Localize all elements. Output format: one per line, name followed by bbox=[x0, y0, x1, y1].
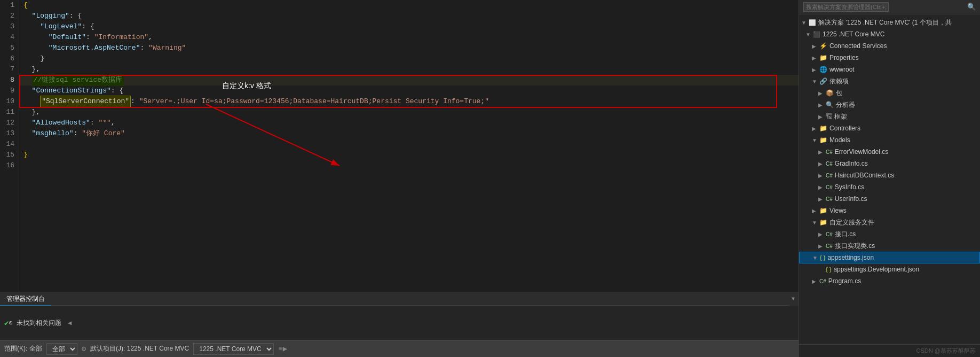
appsettings-label: appsettings.json bbox=[827, 254, 874, 261]
lightbulb-icon: 💡 bbox=[0, 75, 1, 86]
tree-userinfo[interactable]: ▶ C# UserInfo.cs bbox=[799, 193, 980, 205]
expand-interface-icon: ▶ bbox=[818, 231, 825, 237]
line-num-4: 4 bbox=[2, 32, 14, 43]
views-label: Views bbox=[829, 207, 847, 214]
tree-analyzers[interactable]: ▶ 🔍 分析器 bbox=[799, 99, 980, 111]
tree-frameworks[interactable]: ▶ 🏗 框架 bbox=[799, 111, 980, 122]
line-num-3: 3 bbox=[2, 21, 14, 32]
expand-properties-icon: ▶ bbox=[812, 55, 818, 61]
connected-services-label: Connected Services bbox=[829, 42, 887, 50]
impl-label: 接口实现类.cs bbox=[835, 242, 875, 251]
appsettings-dev-label: appsettings.Development.json bbox=[833, 266, 919, 273]
panel-content: ✔ ⊙ 未找到相关问题 ◀ bbox=[0, 306, 799, 340]
tree-errorviewmodel[interactable]: ▶ C# ErrorViewModel.cs bbox=[799, 146, 980, 158]
code-area[interactable]: 自定义k:v 格式 { "Logging": { "LogLevel": { bbox=[19, 0, 799, 292]
expand-appsettings-dev-icon bbox=[818, 267, 825, 273]
program-label: Program.cs bbox=[828, 277, 861, 285]
wwwroot-icon: 🌐 bbox=[819, 66, 827, 73]
tree-views[interactable]: ▶ 📁 Views bbox=[799, 205, 980, 216]
userinfo-icon: C# bbox=[826, 196, 833, 202]
code-line-1: { bbox=[19, 0, 799, 11]
editor-area: 1 2 3 4 5 6 7 💡 8 9 10 11 12 13 14 15 16 bbox=[0, 0, 799, 357]
expand-errorvm-icon: ▶ bbox=[818, 149, 825, 155]
expand-frameworks-icon: ▶ bbox=[818, 114, 825, 120]
custom-service-icon: 📁 bbox=[819, 219, 827, 226]
controllers-icon: 📁 bbox=[819, 125, 827, 132]
appsettings-icon: { } bbox=[820, 254, 825, 261]
custom-service-label: 自定义服务文件 bbox=[829, 218, 874, 227]
analyzers-icon: 🔍 bbox=[826, 101, 834, 108]
panel-tab-console[interactable]: 管理器控制台 bbox=[0, 292, 51, 306]
tree-connected-services[interactable]: ▶ ⚡ Connected Services bbox=[799, 40, 980, 52]
line-num-11: 11 bbox=[2, 107, 14, 118]
status-text: ⊙ 未找到相关问题 bbox=[9, 319, 61, 328]
wwwroot-label: wwwroot bbox=[829, 66, 855, 73]
packages-label: 包 bbox=[836, 89, 842, 98]
userinfo-label: UserInfo.cs bbox=[835, 195, 867, 203]
program-icon: C# bbox=[819, 278, 826, 284]
tree-models[interactable]: ▼ 📁 Models bbox=[799, 134, 980, 146]
line-num-2: 2 bbox=[2, 11, 14, 21]
code-line-14 bbox=[19, 139, 799, 150]
code-line-8: //链接sql service数据库 bbox=[19, 75, 799, 86]
expand-analyzers-icon: ▶ bbox=[818, 102, 825, 108]
code-line-11: }, bbox=[19, 107, 799, 118]
expand-controllers-icon: ▶ bbox=[812, 126, 818, 131]
deps-icon: 🔗 bbox=[819, 77, 827, 85]
se-search-icon[interactable]: 🔍 bbox=[967, 3, 976, 11]
deps-label: 依赖项 bbox=[829, 77, 849, 86]
code-line-7: }, bbox=[19, 64, 799, 75]
line-num-8: 💡 8 bbox=[2, 75, 14, 86]
interface-icon: C# bbox=[826, 231, 833, 237]
expand-impl-icon: ▶ bbox=[818, 243, 825, 249]
tree-interface-impl[interactable]: ▶ C# 接口实现类.cs bbox=[799, 240, 980, 252]
range-label: 范围(K): 全部 bbox=[4, 344, 42, 353]
code-line-9: "ConnectionStrings": { bbox=[19, 86, 799, 96]
project-select[interactable]: 1225 .NET Core MVC bbox=[193, 343, 274, 355]
expand-program-icon: ▶ bbox=[812, 278, 818, 284]
tree-properties[interactable]: ▶ 📁 Properties bbox=[799, 52, 980, 64]
panel-tabs: 管理器控制台 ▼ bbox=[0, 292, 799, 306]
code-line-10: "SqlServerConnection": "Server=.;User Id… bbox=[19, 96, 799, 107]
expand-packages-icon: ▶ bbox=[818, 90, 825, 96]
sql-connection-key: "SqlServerConnection" bbox=[40, 96, 131, 107]
impl-icon: C# bbox=[826, 243, 833, 249]
errorviewmodel-label: ErrorViewModel.cs bbox=[835, 148, 888, 156]
range-select[interactable]: 全部 bbox=[46, 343, 77, 355]
tree-solution-root[interactable]: ▼ ⬜ 解决方案 '1225 .NET Core MVC' (1 个项目，共 bbox=[799, 17, 980, 28]
default-project-label: 默认项目(J): 1225 .NET Core MVC bbox=[90, 344, 189, 353]
line-num-9: 9 bbox=[2, 86, 14, 96]
views-icon: 📁 bbox=[819, 207, 827, 214]
tree-appsettings[interactable]: ▼ { } appsettings.json bbox=[799, 252, 980, 263]
expand-connected-icon: ▶ bbox=[812, 43, 818, 49]
sysinfo-label: SysInfo.cs bbox=[835, 183, 864, 191]
tree-custom-service[interactable]: ▼ 📁 自定义服务文件 bbox=[799, 216, 980, 228]
tree-gradinfo[interactable]: ▶ C# GradInfo.cs bbox=[799, 158, 980, 169]
properties-label: Properties bbox=[829, 54, 859, 61]
tree-interface[interactable]: ▶ C# 接口.cs bbox=[799, 228, 980, 240]
code-line-5: "Microsoft.AspNetCore": "Warning" bbox=[19, 43, 799, 53]
expand-sysinfo-icon: ▶ bbox=[818, 184, 825, 190]
packages-icon: 📦 bbox=[826, 89, 834, 97]
tree-appsettings-dev[interactable]: { } appsettings.Development.json bbox=[799, 263, 980, 275]
expand-models-icon: ▼ bbox=[812, 137, 818, 143]
models-label: Models bbox=[829, 136, 850, 144]
line-num-7: 7 bbox=[2, 64, 14, 75]
expand-deps-icon: ▼ bbox=[812, 79, 818, 84]
tree-wwwroot[interactable]: ▶ 🌐 wwwroot bbox=[799, 64, 980, 75]
tree-controllers[interactable]: ▶ 📁 Controllers bbox=[799, 122, 980, 134]
gradinfo-label: GradInfo.cs bbox=[835, 160, 868, 167]
tree-dependencies[interactable]: ▼ 🔗 依赖项 bbox=[799, 75, 980, 87]
se-search-input[interactable] bbox=[803, 2, 889, 12]
line-num-14: 14 bbox=[2, 139, 14, 150]
bottom-toolbar: 范围(K): 全部 全部 ⚙ 默认项目(J): 1225 .NET Core M… bbox=[0, 340, 799, 357]
panel-collapse-button[interactable]: ▼ bbox=[788, 292, 799, 306]
frameworks-label: 框架 bbox=[834, 112, 847, 121]
tree-sysinfo[interactable]: ▶ C# SysInfo.cs bbox=[799, 181, 980, 193]
tree-project-root[interactable]: ▼ ⬛ 1225 .NET Core MVC bbox=[799, 28, 980, 40]
expand-custom-icon: ▼ bbox=[812, 220, 818, 226]
tree-packages[interactable]: ▶ 📦 包 bbox=[799, 87, 980, 99]
tree-program[interactable]: ▶ C# Program.cs bbox=[799, 275, 980, 287]
tree-haircutdbcontext[interactable]: ▶ C# HaircutDBContext.cs bbox=[799, 169, 980, 181]
code-line-6: } bbox=[19, 53, 799, 64]
